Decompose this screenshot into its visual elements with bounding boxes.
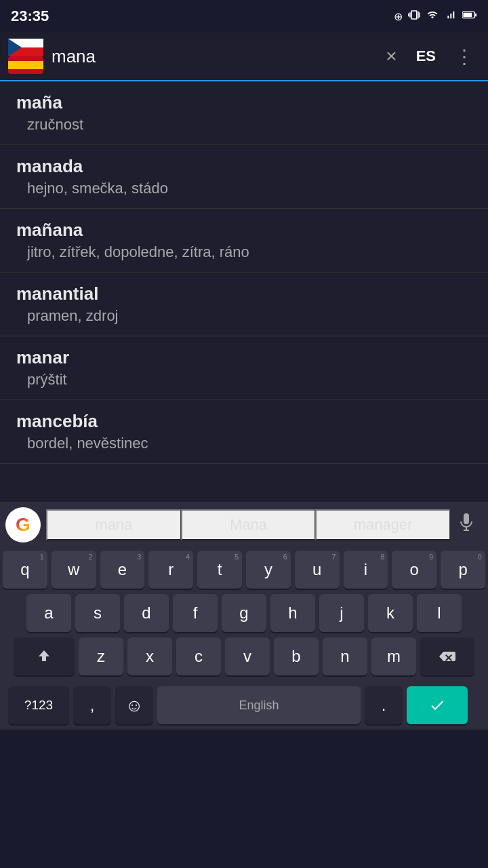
result-translation: bordel, nevěstinec	[16, 435, 472, 452]
wifi-icon	[426, 9, 439, 23]
key-p[interactable]: 0p	[441, 551, 485, 589]
result-word: manada	[16, 156, 472, 177]
suggestion-2[interactable]: Mana	[181, 509, 316, 540]
key-u[interactable]: 7u	[295, 551, 340, 589]
result-item[interactable]: mañanajitro, zítřek, dopoledne, zítra, r…	[0, 209, 488, 273]
key-row-2: a s d f g h j k l	[3, 594, 485, 632]
enter-button[interactable]	[407, 686, 468, 724]
result-translation: zručnost	[16, 116, 472, 134]
key-a[interactable]: a	[26, 594, 71, 632]
result-word: mañana	[16, 220, 472, 241]
key-b[interactable]: b	[274, 637, 319, 675]
key-t[interactable]: 5t	[197, 551, 242, 589]
google-logo: G	[5, 507, 41, 542]
key-period[interactable]: .	[365, 686, 403, 724]
key-e[interactable]: 3e	[100, 551, 145, 589]
result-item[interactable]: manantialpramen, zdroj	[0, 273, 488, 336]
results-list: mañazručnostmanadahejno, smečka, stádoma…	[0, 81, 488, 502]
result-item[interactable]: mañazručnost	[0, 81, 488, 145]
status-bar: 23:35 ⊕	[0, 0, 488, 33]
google-g: G	[16, 514, 30, 536]
result-translation: pramen, zdroj	[16, 307, 472, 325]
result-translation: jitro, zítřek, dopoledne, zítra, ráno	[16, 243, 472, 261]
keyboard: 1q 2w 3e 4r 5t 6y 7u 8i 9o 0p a s	[0, 548, 488, 730]
keyboard-suggestions: G mana Mana manager	[0, 502, 488, 548]
flag-combo	[8, 39, 43, 74]
key-z[interactable]: z	[79, 637, 123, 675]
svg-rect-10	[464, 513, 469, 524]
space-key[interactable]: English	[157, 686, 361, 724]
svg-rect-9	[8, 61, 43, 69]
result-word: manar	[16, 347, 472, 368]
status-icons: ⊕	[394, 9, 477, 24]
clear-button[interactable]: ×	[380, 43, 402, 70]
result-translation: prýštit	[16, 371, 472, 389]
result-word: maña	[16, 92, 472, 113]
key-k[interactable]: k	[368, 594, 413, 632]
key-c[interactable]: c	[176, 637, 221, 675]
suggestion-1[interactable]: mana	[46, 509, 181, 540]
key-row-4: ?123 , ☺ English .	[3, 681, 485, 730]
key-row-1: 1q 2w 3e 4r 5t 6y 7u 8i 9o 0p	[3, 551, 485, 589]
key-m[interactable]: m	[371, 637, 416, 675]
key-o[interactable]: 9o	[392, 551, 436, 589]
key-v[interactable]: v	[225, 637, 270, 675]
result-word: mancebía	[16, 411, 472, 432]
key-r[interactable]: 4r	[148, 551, 193, 589]
result-word: manantial	[16, 283, 472, 304]
result-item[interactable]: manadahejno, smečka, stádo	[0, 145, 488, 209]
key-row-3: z x c v b n m	[3, 637, 485, 675]
key-x[interactable]: x	[127, 637, 172, 675]
key-l[interactable]: l	[417, 594, 462, 632]
num123-button[interactable]: ?123	[8, 686, 69, 724]
sync-icon: ⊕	[394, 10, 403, 23]
search-input[interactable]	[52, 46, 372, 67]
suggestion-3[interactable]: manager	[315, 509, 450, 540]
key-i[interactable]: 8i	[344, 551, 388, 589]
result-item[interactable]: manarprýštit	[0, 336, 488, 400]
svg-rect-1	[463, 13, 472, 17]
key-q[interactable]: 1q	[3, 551, 47, 589]
key-n[interactable]: n	[323, 637, 367, 675]
key-s[interactable]: s	[75, 594, 120, 632]
status-time: 23:35	[11, 7, 49, 25]
key-w[interactable]: 2w	[52, 551, 96, 589]
result-item[interactable]: mancebíabordel, nevěstinec	[0, 400, 488, 464]
key-d[interactable]: d	[124, 594, 169, 632]
vibrate-icon	[408, 9, 420, 24]
key-g[interactable]: g	[222, 594, 266, 632]
flag-container	[8, 39, 43, 74]
mic-button[interactable]	[450, 511, 483, 540]
signal-icon	[445, 9, 457, 23]
shift-button[interactable]	[14, 637, 75, 675]
backspace-button[interactable]	[420, 637, 474, 675]
key-y[interactable]: 6y	[246, 551, 291, 589]
more-button[interactable]: ⋮	[449, 43, 480, 71]
search-input-container[interactable]	[52, 46, 372, 67]
language-badge: ES	[411, 45, 441, 68]
app-bar: × ES ⋮	[0, 33, 488, 81]
key-j[interactable]: j	[319, 594, 364, 632]
emoji-button[interactable]: ☺	[115, 686, 153, 724]
battery-icon	[462, 10, 477, 22]
key-h[interactable]: h	[270, 594, 315, 632]
key-comma[interactable]: ,	[73, 686, 111, 724]
svg-rect-2	[475, 14, 476, 17]
result-translation: hejno, smečka, stádo	[16, 180, 472, 197]
key-f[interactable]: f	[173, 594, 218, 632]
